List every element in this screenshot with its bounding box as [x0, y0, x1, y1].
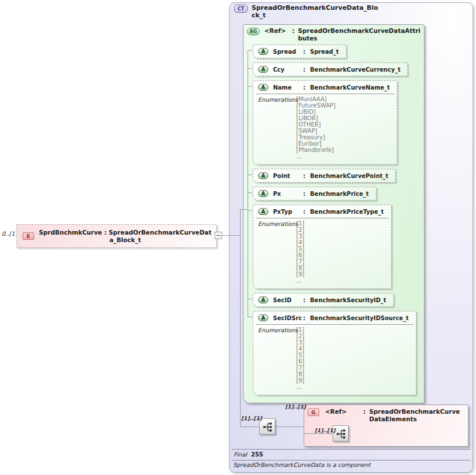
- attribute-box[interactable]: A SecIDSrc : BenchmarkSecurityIDSource_t…: [253, 311, 416, 395]
- inner-sequence-cardinality: [1]..[1]: [315, 428, 335, 433]
- attribute-colon: :: [303, 297, 305, 303]
- connector-attr-stub: [248, 86, 252, 87]
- attribute-box[interactable]: A Px : BenchmarkPrice_t: [253, 187, 377, 201]
- connector-inner-sequence-line: [304, 433, 333, 434]
- enumeration-value: [6]: [296, 358, 410, 365]
- attributegroup-header: AG <Ref> : SpreadOrBenchmarkCurveDataAtt…: [247, 27, 420, 43]
- enumerations-label: Enumerations: [258, 327, 298, 333]
- footer-divider: [232, 449, 470, 450]
- enumeration-value: [4]: [296, 239, 385, 246]
- connector-element-line: [222, 235, 241, 236]
- attribute-box[interactable]: A Ccy : BenchmarkCurveCurrency_t: [253, 62, 408, 76]
- connector-attr-stub: [248, 317, 252, 317]
- attribute-type: BenchmarkCurvePoint_t: [310, 173, 388, 179]
- group-cardinality: [1]..[1]: [285, 404, 306, 410]
- attribute-box[interactable]: A SecID : BenchmarkSecurityID_t: [253, 293, 394, 307]
- attribute-icon: A: [258, 172, 268, 179]
- attribute-box[interactable]: A Point : BenchmarkCurvePoint_t: [253, 169, 396, 183]
- enumeration-value: [5]: [296, 246, 385, 252]
- attribute-colon: :: [303, 84, 305, 91]
- enumeration-value: [LIBID]: [296, 109, 391, 115]
- attribute-colon: :: [303, 66, 305, 73]
- footer-divider: [232, 460, 470, 461]
- enumeration-value: [6]: [296, 252, 385, 258]
- connector-attr-stub: [248, 299, 252, 299]
- enumeration-value: [2]: [296, 227, 385, 233]
- enumeration-value: [8]: [296, 371, 410, 377]
- attribute-icon: A: [258, 190, 268, 197]
- attribute-colon: :: [303, 191, 305, 197]
- enumerations-block: Enumerations[1][2][3][4][5][6][7][8][9].…: [256, 324, 414, 395]
- group-ref-label: <Ref>: [325, 408, 352, 423]
- attribute-type: BenchmarkPriceType_t: [310, 209, 384, 215]
- element-icon: E: [23, 232, 34, 240]
- element-box[interactable]: E SprdBnchmkCurve : SpreadOrBenchmarkCur…: [16, 224, 217, 248]
- enumeration-value: [OTHER]: [296, 121, 391, 128]
- attribute-icon: A: [258, 296, 268, 303]
- enumeration-value: [MuniAAA]: [296, 96, 391, 102]
- attribute-list: A Spread : Spread_t A Ccy : BenchmarkCur…: [253, 44, 420, 395]
- enumeration-value: [7]: [296, 365, 410, 371]
- attribute-icon: A: [258, 84, 268, 91]
- attribute-colon: :: [303, 209, 305, 215]
- enumeration-value: [4]: [296, 346, 410, 352]
- attribute-icon: A: [258, 208, 268, 215]
- element-colon: :: [104, 229, 106, 236]
- attribute-box[interactable]: A Spread : Spread_t: [253, 44, 346, 58]
- attribute-header: A SecID : BenchmarkSecurityID_t: [253, 294, 393, 306]
- connector-group-line: [275, 426, 304, 427]
- attribute-box[interactable]: A Name : BenchmarkCurveName_t Enumeratio…: [253, 80, 397, 165]
- connector-attr-stub: [248, 50, 252, 51]
- connector-attr-stub: [248, 192, 252, 193]
- complextype-title: SpreadOrBenchmarkCurveData_Block_t: [252, 4, 381, 19]
- enumeration-value: [9]: [296, 271, 385, 277]
- attributegroup-type: SpreadOrBenchmarkCurveDataAttributes: [298, 27, 420, 43]
- collapse-connector-icon[interactable]: [215, 232, 222, 239]
- element-title: SprdBnchmkCurve : SpreadOrBenchmarkCurve…: [38, 229, 213, 244]
- enumeration-value: [FutureSWAP]: [296, 102, 391, 109]
- attribute-icon: A: [258, 48, 268, 55]
- attribute-icon: A: [258, 314, 268, 321]
- attribute-name: Ccy: [273, 66, 303, 73]
- connector-trunk-line: [240, 209, 241, 427]
- enumeration-value: [Treasury]: [296, 134, 391, 140]
- attribute-icon: A: [258, 66, 268, 73]
- connector-sequence-line: [240, 426, 259, 427]
- attribute-header: A Name : BenchmarkCurveName_t: [253, 81, 397, 94]
- attribute-name: SecID: [273, 297, 303, 303]
- attribute-header: A Spread : Spread_t: [253, 45, 346, 58]
- attributegroup-box[interactable]: AG <Ref> : SpreadOrBenchmarkCurveDataAtt…: [243, 24, 425, 403]
- enumeration-value: [3]: [296, 233, 385, 239]
- element-type: SpreadOrBenchmarkCurveData_Block_t: [109, 229, 212, 243]
- group-ref-colon: :: [363, 408, 366, 423]
- component-note: SpreadOrBenchmarkCurveData is a componen…: [233, 462, 371, 468]
- attribute-colon: :: [303, 173, 305, 179]
- attribute-box[interactable]: A PxTyp : BenchmarkPriceType_t Enumerati…: [253, 205, 392, 289]
- enumeration-values: [1][2][3][4][5][6][7][8][9]...: [296, 326, 410, 390]
- attribute-name: Px: [273, 191, 303, 197]
- enumeration-value: [Euribor]: [296, 140, 391, 147]
- enumeration-values: [1][2][3][4][5][6][7][8][9]...: [296, 220, 385, 284]
- element-cardinality: 0..[1]: [2, 231, 17, 237]
- attribute-type: BenchmarkSecurityID_t: [310, 297, 386, 303]
- attribute-colon: :: [303, 315, 305, 321]
- attribute-header: A Point : BenchmarkCurvePoint_t: [253, 169, 395, 182]
- attribute-header: A Px : BenchmarkPrice_t: [253, 187, 376, 200]
- connector-attributes-trunk: [248, 50, 248, 317]
- enumeration-value: [1]: [296, 326, 410, 333]
- enumerations-label: Enumerations: [258, 97, 298, 103]
- enumeration-value: ...: [296, 277, 385, 284]
- element-name: SprdBnchmkCurve: [39, 229, 102, 236]
- enumeration-value: [2]: [296, 333, 410, 339]
- group-ref-box[interactable]: G <Ref> : SpreadOrBenchmarkCurveDataElem…: [304, 405, 468, 447]
- attribute-type: BenchmarkCurveName_t: [310, 84, 390, 91]
- sequence-cardinality: [1]..[1]: [241, 415, 262, 421]
- group-ref-header: G <Ref> : SpreadOrBenchmarkCurveDataElem…: [308, 408, 464, 423]
- enumeration-value: [1]: [296, 220, 385, 227]
- attributegroup-ref-label: <Ref>: [264, 27, 291, 43]
- attribute-header: A Ccy : BenchmarkCurveCurrency_t: [253, 63, 407, 76]
- enumeration-value: [5]: [296, 352, 410, 358]
- complextype-header: CT SpreadOrBenchmarkCurveData_Block_t: [234, 4, 381, 19]
- attribute-name: Point: [273, 173, 303, 179]
- enumeration-value: [3]: [296, 339, 410, 346]
